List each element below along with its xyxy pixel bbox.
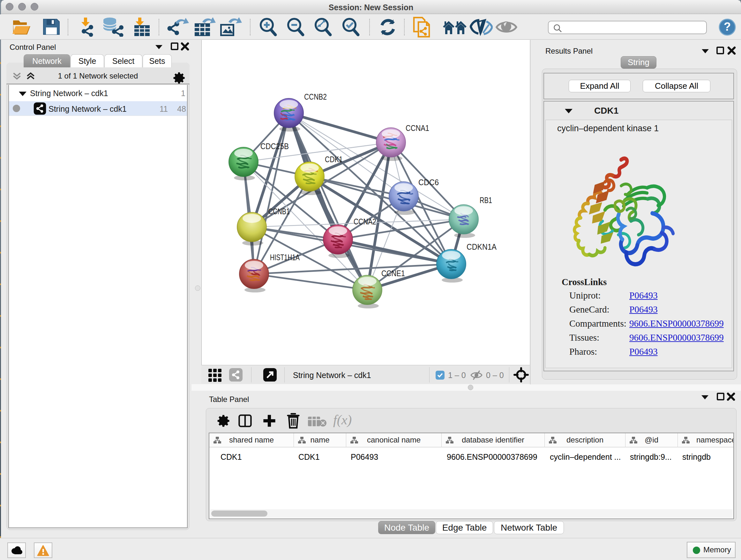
- svg-text:CCNB1: CCNB1: [268, 206, 290, 216]
- svg-text:CCNB2: CCNB2: [304, 92, 327, 102]
- svg-text:HIST1H1A: HIST1H1A: [270, 253, 300, 262]
- svg-text:CDC6: CDC6: [418, 178, 439, 187]
- svg-text:CDKN1A: CDKN1A: [467, 242, 497, 252]
- svg-text:RB1: RB1: [480, 195, 492, 205]
- svg-text:CCNE1: CCNE1: [381, 268, 405, 278]
- svg-text:CDK1: CDK1: [325, 154, 343, 164]
- svg-text:CDC25B: CDC25B: [260, 141, 289, 151]
- svg-text:?: ?: [724, 20, 731, 33]
- svg-text:CCNA2: CCNA2: [354, 217, 376, 226]
- svg-text:CCNA1: CCNA1: [406, 123, 429, 133]
